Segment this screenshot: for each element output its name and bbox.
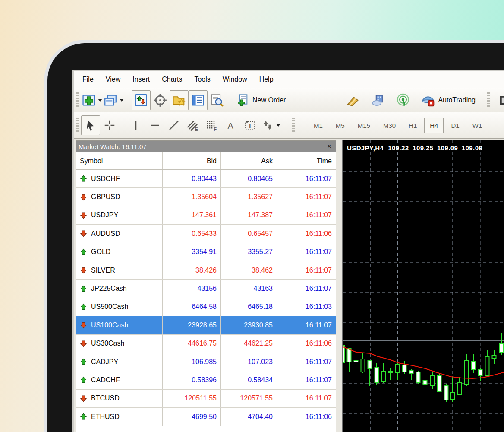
symbol-cell: BTCUSD	[76, 390, 163, 407]
market-watch-toggle-button[interactable]	[132, 90, 151, 110]
candle-body	[431, 376, 435, 386]
up-arrow-icon	[80, 175, 87, 182]
candle-body	[458, 383, 462, 394]
menu-item-tools[interactable]: Tools	[188, 74, 216, 85]
data-window-button[interactable]	[151, 90, 170, 110]
signals-button[interactable]	[394, 90, 413, 110]
symbol-label: BTCUSD	[91, 394, 120, 402]
toolbar-grip[interactable]	[487, 92, 490, 108]
menu-item-insert[interactable]: Insert	[126, 74, 156, 85]
column-header-symbol[interactable]: Symbol	[76, 152, 163, 169]
candle-body	[396, 364, 400, 373]
bid-cell: 0.58396	[163, 371, 221, 389]
timeframe-button-m30[interactable]: M30	[378, 118, 401, 133]
market-watch-row-cadjpy[interactable]: CADJPY106.985107.02316:11:07	[76, 353, 336, 371]
market-watch-row-gbpusd[interactable]: GBPUSD1.356041.3562716:11:07	[76, 188, 336, 206]
bid-cell: 0.80443	[163, 170, 221, 187]
equidistant-channel-tool-button[interactable]: E	[183, 115, 202, 135]
timeframe-button-w1[interactable]: W1	[467, 118, 488, 133]
timeframe-button-m5[interactable]: M5	[330, 118, 350, 133]
menu-item-window[interactable]: Window	[217, 74, 253, 85]
bid-cell: 106.985	[163, 353, 221, 371]
chart-canvas[interactable]	[343, 140, 504, 432]
column-header-time[interactable]: Time	[277, 152, 336, 169]
bid-cell: 147.361	[163, 206, 221, 224]
market-watch-row-silver[interactable]: SILVER38.42638.46216:11:07	[76, 261, 336, 280]
profiles-button[interactable]	[103, 90, 124, 110]
trendline-tool-button[interactable]	[164, 115, 183, 135]
autotrading-button[interactable]: AutoTrading	[419, 90, 478, 110]
strategy-tester-button[interactable]	[208, 90, 227, 110]
cursor-tool-button[interactable]	[81, 115, 100, 135]
close-icon[interactable]: ×	[325, 143, 333, 150]
down-arrow-icon	[80, 267, 87, 274]
horizontal-line-icon	[148, 119, 161, 132]
new-chart-button[interactable]	[81, 90, 103, 110]
timeframe-button-d1[interactable]: D1	[445, 118, 465, 133]
market-watch-row-ethusd[interactable]: ETHUSD4699.504704.4016:11:06	[76, 408, 336, 426]
navigator-toggle-button[interactable]	[170, 90, 189, 110]
market-watch-row-btcusd[interactable]: BTCUSD120511.55120571.5516:11:07	[76, 390, 336, 408]
menu-item-help[interactable]: Help	[253, 74, 280, 85]
timeframe-button-m15[interactable]: M15	[352, 118, 376, 133]
menu-item-view[interactable]: View	[100, 74, 126, 85]
crosshair-tool-button[interactable]	[100, 115, 119, 135]
market-watch-row-us30cash[interactable]: US30Cash44616.7544621.2516:11:06	[76, 335, 336, 353]
market-watch-row-us500cash[interactable]: US500Cash6464.586465.1816:11:03	[76, 298, 336, 316]
symbol-cell: US100Cash	[76, 316, 163, 334]
market-watch-title: Market Watch: 16:11:07	[79, 143, 325, 150]
market-watch-row-cadchf[interactable]: CADCHF0.583960.5843416:11:07	[76, 371, 336, 389]
timeframe-button-h4[interactable]: H4	[424, 118, 444, 133]
menu-item-file[interactable]: File	[76, 74, 100, 85]
market-watch-icon	[134, 93, 148, 108]
market-watch-row-gold[interactable]: GOLD3354.913355.2716:11:07	[76, 243, 336, 261]
signals-broadcast-icon	[396, 93, 410, 108]
toolbar-grip[interactable]	[292, 118, 295, 133]
down-arrow-icon	[80, 230, 87, 237]
cursor-arrow-icon	[84, 119, 97, 132]
market-watch-row-jp225cash[interactable]: JP225Cash431564316316:11:07	[76, 280, 336, 298]
arrows-tool-button[interactable]	[259, 115, 283, 135]
bid-cell: 23928.65	[163, 316, 221, 334]
market-watch-row-us100cash[interactable]: US100Cash23928.6523930.8516:11:07	[76, 316, 336, 334]
text-tool-button[interactable]: A	[221, 115, 240, 135]
timeframe-button-m1[interactable]: M1	[308, 118, 328, 133]
candle-body	[403, 365, 406, 372]
new-order-label: New Order	[252, 96, 286, 104]
market-watch-row-usdchf[interactable]: USDCHF0.804430.8046516:11:07	[76, 170, 336, 188]
history-center-button[interactable]	[343, 90, 362, 110]
market-watch-row-audusd[interactable]: AUDUSD0.654330.6545716:11:06	[76, 225, 336, 243]
column-header-bid[interactable]: Bid	[163, 152, 221, 169]
chart-window[interactable]: USDJPY,H4109.22 109.25 109.09 109.09	[342, 140, 504, 432]
fibonacci-tool-button[interactable]: F	[202, 115, 221, 135]
market-watch-titlebar[interactable]: Market Watch: 16:11:07 ×	[76, 141, 336, 152]
crosshair-target-icon	[153, 93, 167, 108]
menu-item-charts[interactable]: Charts	[156, 74, 188, 85]
market-watch-row-usdjpy[interactable]: USDJPY147.361147.38716:11:07	[76, 206, 336, 225]
symbol-label: US500Cash	[91, 303, 128, 311]
toolbar-separator	[128, 92, 128, 108]
workspace: Market Watch: 16:11:07 × Symbol Bid Ask …	[74, 139, 504, 432]
candle-body	[500, 344, 504, 353]
terminal-toggle-button[interactable]	[189, 90, 208, 110]
candle-body	[347, 349, 351, 362]
time-cell: 16:11:07	[277, 206, 336, 224]
symbol-label: USDJPY	[91, 211, 118, 219]
candle-body	[423, 381, 427, 384]
time-cell: 16:11:07	[277, 243, 336, 261]
text-label-tool-button[interactable]: T	[240, 115, 259, 135]
desktop-background: FileViewInsertChartsToolsWindowHelp	[0, 0, 504, 432]
symbol-label: CADJPY	[91, 358, 118, 366]
candle-body	[465, 361, 469, 385]
vertical-line-tool-button[interactable]	[126, 115, 145, 135]
chevron-down-icon	[276, 124, 280, 127]
column-header-ask[interactable]: Ask	[221, 152, 277, 169]
mql5-community-button[interactable]	[369, 90, 387, 110]
toolbar-grip[interactable]	[76, 118, 79, 133]
horizontal-line-tool-button[interactable]	[145, 115, 164, 135]
time-cell: 16:11:07	[277, 316, 336, 334]
new-order-button[interactable]: New Order	[234, 90, 288, 110]
candle-body	[416, 372, 420, 383]
toolbar-grip[interactable]	[76, 92, 79, 108]
timeframe-button-h1[interactable]: H1	[403, 118, 422, 133]
